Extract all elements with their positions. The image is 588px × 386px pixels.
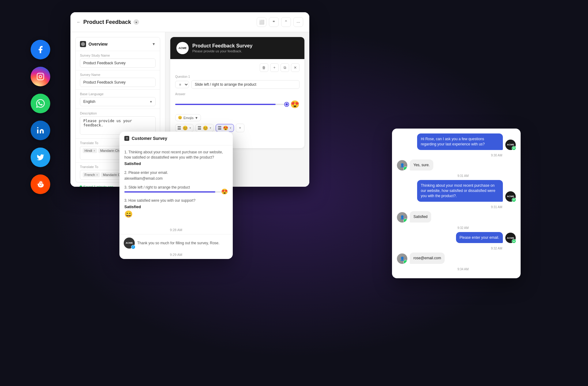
base-language-select-wrapper: English French Spanish ▼ [80,97,156,106]
svg-point-6 [39,185,40,185]
remove-question-btn[interactable]: ✕ [291,63,300,72]
question-toolbar: 🗑 + ⧉ ✕ [175,63,300,72]
back-button[interactable]: ← [77,20,81,24]
emoji-options-row: ☰ 😊 ▼ ☰ 😊 ▼ ☰ 😍 ▼ + [175,124,300,132]
svg-point-2 [42,74,43,75]
emojis-chevron-icon: ▼ [195,116,198,120]
share-icon-btn[interactable]: ⌃ [281,17,291,27]
remove-hindi-btn[interactable]: × [93,149,95,152]
duplicate-question-btn[interactable]: ⧉ [281,63,289,72]
answer-label: Answer [175,92,300,96]
emoji-reaction: 😍 [290,100,300,109]
acme-logo: ACME [176,42,189,54]
svg-rect-0 [37,73,44,80]
add-question-toolbar-btn[interactable]: + [270,63,279,72]
svg-point-3 [37,127,38,128]
whatsapp-icon[interactable] [31,94,50,113]
slider-fill [175,104,276,105]
wa-badge-4 [403,219,407,223]
survey-q2-answer: alexwilliam@email.com [124,176,228,181]
wa-msg-2: 👤 Yes, sure. [397,159,516,171]
base-language-group: Base Language English French Spanish ▼ [76,89,160,109]
delete-question-btn[interactable]: 🗑 [260,63,268,72]
emoji-option-3[interactable]: ☰ 😍 ▼ [216,124,234,132]
survey-q3: 3. Slide left / right to arrange the pro… [124,185,228,193]
emoji-option-2[interactable]: ☰ 😊 ▼ [195,124,214,132]
tag-french-2: French × [83,172,100,177]
wa-avatar-6: 👤 [397,253,407,264]
overview-header[interactable]: Overview ▼ [76,37,160,51]
wa-badge-6 [403,260,407,264]
survey-slider-mini: 😍 [124,191,228,193]
survey-q1-answer: Satisfied [124,161,228,166]
survey-preview-header: ACME Product Feedback Survey Please prov… [170,37,304,59]
reddit-icon[interactable] [31,174,50,194]
wa-time-5: 9:32 AM [397,247,516,250]
preview-icon-btn[interactable]: ⬜ [257,17,266,27]
wa-bubble-6: rose@email.com [410,253,445,264]
survey-study-input[interactable] [80,58,156,68]
wa-msg-5: ACME W Please enter your email. [397,232,516,243]
whatsapp-badge-3: W [512,198,516,202]
base-language-select[interactable]: English French Spanish [80,97,156,106]
emoji-1-chevron-icon: ▼ [189,127,191,129]
chat-footer-content: ACME ✓ Thank you so much for filling out… [124,238,228,249]
twitter-icon[interactable] [31,148,50,167]
acme-wa-avatar-1: ACME W [505,140,516,150]
emoji-1: 😊 [183,126,188,130]
overview-icon [80,41,86,47]
base-language-label: Base Language [80,92,156,96]
survey-name-input[interactable] [80,78,156,87]
emoji-3: 😍 [223,126,228,130]
acme-wa-avatar-3: ACME W [505,191,516,202]
wa-msg-6: 👤 rose@email.com [397,253,516,264]
emoji-3-chevron-icon: ▼ [229,127,232,129]
wa-msg-1: ACME W Hi Rose, can I ask you a few ques… [397,133,516,150]
panel-header-right: ⬜ ❝ ⌃ ··· [257,17,303,27]
whatsapp-badge-5: W [512,239,516,243]
tag-hindi: Hindi × [83,148,97,153]
emoji-option-1[interactable]: ☰ 😊 ▼ [175,124,194,132]
svg-point-7 [41,185,42,185]
overview-header-left: Overview [80,41,107,47]
survey-q3-text: 3. Slide left / right to arrange the pro… [124,185,228,190]
description-label: Description [80,111,156,115]
quote-icon-btn[interactable]: ❝ [269,17,279,27]
question-type-select[interactable]: ≡ [175,81,189,88]
survey-q4-emoji: 😄 [124,210,228,218]
survey-q4: 3. How satisfied were you with our suppo… [124,198,228,218]
wa-bubble-5: Please enter your email. [456,232,503,243]
more-icon-btn[interactable]: ··· [293,17,303,27]
wa-avatar-2: 👤 [397,160,407,171]
question-label: Question 1 [175,75,300,78]
chat-survey-icon: ☰ [124,136,129,141]
acme-footer-avatar: ACME ✓ [124,238,135,249]
linkedin-icon[interactable] [31,121,50,140]
survey-slider-emoji: 😍 [221,188,228,195]
instagram-icon[interactable] [31,67,50,86]
question-text-input[interactable] [191,80,300,89]
survey-preview-header-text: Product Feedback Survey Please provide u… [192,43,253,53]
remove-french-2-btn[interactable]: × [96,173,98,177]
wa-avatar-4: 👤 [397,212,407,223]
add-emoji-btn[interactable]: + [236,124,244,132]
info-icon[interactable]: ● [134,19,139,25]
wa-time-3: 9:31 AM [397,205,516,209]
chat-survey-footer: ACME ✓ Thank you so much for filling out… [119,234,233,252]
wa-bubble-3: Thinking about your most recent purchase… [417,180,503,201]
whatsapp-chat-panel: ACME W Hi Rose, can I ask you a few ques… [392,129,521,278]
survey-q1: 1. Thinking about your most recent purch… [124,150,228,166]
acme-badge-icon: ✓ [131,245,135,249]
emojis-dropdown-btn[interactable]: 😊 Emojis ▼ [175,114,201,121]
survey-q4-text: 3. How satisfied were you with our suppo… [124,198,228,203]
survey-q1-text: 1. Thinking about your most recent purch… [124,150,228,160]
wa-bubble-2: Yes, sure. [410,159,433,171]
facebook-icon[interactable] [31,40,50,59]
chat-footer-text: Thank you so much for filling out the su… [137,241,228,245]
wa-badge-2 [403,167,407,171]
wa-msg-3: ACME W Thinking about your most recent p… [397,180,516,201]
panel-title: Product Feedback [83,19,131,25]
chat-survey-title: Customer Survey [132,136,167,141]
wa-time-4: 9:32 AM [397,226,516,230]
chat-footer-time: 9:29 AM [119,252,233,259]
